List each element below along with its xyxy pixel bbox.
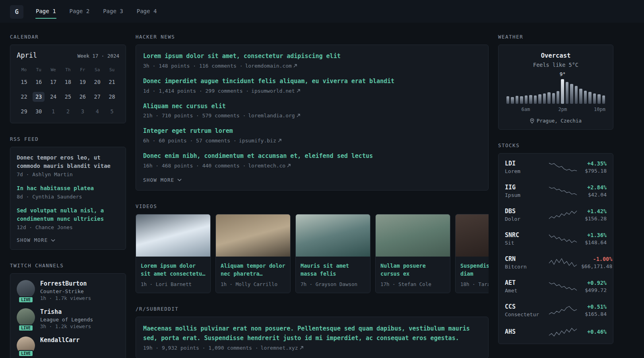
- stock-row[interactable]: AHS +0.46%: [499, 322, 613, 342]
- video-card[interactable]: Nullam posuere cursus ex 17h · Stefan Co…: [375, 214, 450, 294]
- stock-sparkline: [549, 257, 577, 268]
- story-source-link[interactable]: loremtech.co: [248, 163, 291, 169]
- story-source-domain: ipsumworld.net: [251, 88, 295, 94]
- stock-sparkline: [549, 162, 577, 172]
- video-title-link[interactable]: Suspendisse molestie diam: [460, 262, 489, 278]
- rss-widget: RSS FEED Donec tempor eros leo, ut commo…: [10, 136, 126, 250]
- stock-values: +0.46%: [581, 329, 607, 336]
- twitch-channel-row[interactable]: LIVE KendallCarr: [17, 337, 119, 355]
- reddit-post-link[interactable]: Maecenas mollis pulvinar erat non posuer…: [143, 324, 481, 343]
- channel-viewers: 1h · 1.7k viewers: [40, 295, 91, 301]
- rss-item-meta: 8d · Cynthia Saunders: [17, 194, 119, 200]
- calendar-day-header: Sa: [95, 67, 100, 72]
- video-meta: 7h · Grayson Dawson: [301, 281, 365, 287]
- story-source-link[interactable]: ipsumify.biz: [239, 138, 281, 144]
- twitch-channel-row[interactable]: LIVE Trisha League of Legends 3h · 1.2k …: [17, 308, 119, 329]
- stock-values: +4.35% $795.18: [581, 160, 607, 174]
- video-title-link[interactable]: Nullam posuere cursus ex: [380, 262, 445, 278]
- hackernews-story-link[interactable]: Lorem ipsum dolor sit amet, consectetur …: [143, 52, 481, 61]
- video-title-link[interactable]: Aliquam tempor dolor nec pharetra…: [221, 262, 285, 278]
- story-source-link[interactable]: ipsumworld.net: [251, 88, 300, 94]
- video-thumbnail: [376, 214, 450, 257]
- hackernews-story-link[interactable]: Donec imperdiet augue tincidunt felis al…: [143, 77, 481, 86]
- video-title-link[interactable]: Lorem ipsum dolor sit amet consectetu…: [141, 262, 206, 278]
- page-tab[interactable]: Page 1: [29, 4, 63, 19]
- stock-id: CRN Bitcorn: [505, 255, 545, 270]
- hackernews-story-link[interactable]: Donec enim nibh, condimentum et accumsan…: [143, 152, 481, 161]
- post-source-link[interactable]: loremnet.xyz: [261, 345, 303, 351]
- video-body: Nullam posuere cursus ex 17h · Stefan Co…: [376, 257, 450, 293]
- rss-item: Donec tempor eros leo, ut commodo mauris…: [17, 154, 119, 177]
- stock-row[interactable]: CRN Bitcorn -1.00% $66,171.48: [499, 251, 613, 274]
- app-logo[interactable]: G: [10, 5, 23, 19]
- stock-price: $499.72: [581, 287, 607, 293]
- stock-sparkline: [549, 327, 577, 337]
- hackernews-story-link[interactable]: Aliquam nec cursus elit: [143, 102, 481, 111]
- rss-item-link[interactable]: Donec tempor eros leo, ut commodo mauris…: [17, 154, 119, 170]
- stock-name: Ipsum: [505, 192, 545, 198]
- weather-location: Prague, Czechia: [505, 118, 607, 124]
- hackernews-story-link[interactable]: Integer eget rutrum lorem: [143, 127, 481, 136]
- calendar-day-header: Th: [65, 67, 70, 72]
- video-card[interactable]: Lorem ipsum dolor sit amet consectetu… 1…: [136, 214, 211, 294]
- weather-section-title: WEATHER: [498, 34, 613, 40]
- rss-item-link[interactable]: In hac habitasse platea: [17, 184, 119, 193]
- video-meta: 1h · Lori Barnett: [141, 281, 206, 287]
- story-meta: 16h · 468 points · 440 comments · loremt…: [143, 163, 481, 169]
- weather-condition: Overcast: [505, 52, 607, 59]
- hackernews-item: Donec imperdiet augue tincidunt felis al…: [143, 77, 481, 94]
- calendar-day: 27: [91, 92, 103, 102]
- rss-show-more-button[interactable]: SHOW MORE: [17, 237, 55, 243]
- stock-symbol: LDI: [505, 160, 545, 167]
- channel-name: ForrestBurton: [40, 280, 91, 287]
- hackernews-show-more-button[interactable]: SHOW MORE: [143, 177, 182, 183]
- weather-time-labels: 6am2pm10pm: [505, 107, 607, 113]
- calendar-day-header: Mo: [21, 67, 27, 72]
- page-tab[interactable]: Page 3: [96, 4, 130, 19]
- stock-row[interactable]: AET Amet +0.92% $499.72: [499, 274, 613, 298]
- stock-id: LDI Lorem: [505, 160, 545, 174]
- stock-sparkline: [549, 210, 577, 220]
- stock-row[interactable]: CCS Consectetur +0.51% $165.84: [499, 298, 613, 322]
- stock-row[interactable]: DBS Dolor +1.42% $156.28: [499, 203, 613, 227]
- calendar-day: 16: [33, 77, 45, 87]
- page-tab[interactable]: Page 4: [130, 4, 164, 19]
- calendar-day: 18: [62, 77, 74, 87]
- story-meta: 3h · 148 points · 116 comments · loremdo…: [143, 63, 481, 69]
- calendar-day: 19: [77, 77, 89, 87]
- rss-item-link[interactable]: Sed volutpat nulla nisl, a condimentum n…: [17, 206, 119, 223]
- stock-price: $165.84: [581, 311, 607, 317]
- external-link-icon: [278, 139, 281, 142]
- video-card[interactable]: Mauris sit amet massa felis 7h · Grayson…: [295, 214, 370, 294]
- live-badge: LIVE: [18, 296, 33, 303]
- post-meta-text: 19h · 9,932 points · 1,090 comments ·: [143, 345, 258, 351]
- external-link-icon: [300, 346, 303, 350]
- rss-item: Sed volutpat nulla nisl, a condimentum n…: [17, 206, 119, 230]
- stock-values: +0.51% $165.84: [581, 304, 607, 317]
- hackernews-items: Lorem ipsum dolor sit amet, consectetur …: [143, 52, 481, 169]
- video-card[interactable]: Aliquam tempor dolor nec pharetra… 1h · …: [215, 214, 291, 294]
- rss-card: Donec tempor eros leo, ut commodo mauris…: [10, 147, 126, 250]
- stock-row[interactable]: IIG Ipsum +2.84% $42.04: [499, 179, 613, 203]
- stock-change: +0.46%: [581, 329, 607, 335]
- calendar-day: 3: [77, 107, 89, 117]
- stock-row[interactable]: LDI Lorem +4.35% $795.18: [499, 155, 613, 179]
- videos-widget: VIDEOS Lorem ipsum dolor sit amet consec…: [136, 203, 489, 294]
- stock-row[interactable]: SNRC Sit +1.36% $148.64: [499, 227, 613, 251]
- calendar-day-header: Fr: [80, 67, 85, 72]
- story-source-link[interactable]: loremdomain.com: [245, 63, 297, 69]
- twitch-channel-row[interactable]: LIVE ForrestBurton Counter-Strike 1h · 1…: [17, 280, 119, 301]
- story-source-link[interactable]: loremlandia.org: [248, 113, 300, 119]
- channel-name: KendallCarr: [40, 337, 80, 344]
- hackernews-item: Donec enim nibh, condimentum et accumsan…: [143, 152, 481, 169]
- external-link-icon: [297, 114, 300, 117]
- video-card[interactable]: Suspendisse molestie diam 18h · Tara: [455, 214, 489, 294]
- rss-show-more-label: SHOW MORE: [17, 237, 48, 243]
- stock-name: Consectetur: [505, 311, 545, 317]
- stocks-section-title: STOCKS: [498, 142, 613, 148]
- video-title-link[interactable]: Mauris sit amet massa felis: [301, 262, 365, 278]
- page-tab[interactable]: Page 2: [63, 4, 97, 19]
- stock-price: $66,171.48: [581, 263, 612, 269]
- calendar-day: 5: [106, 107, 118, 117]
- calendar-day: 17: [47, 77, 59, 87]
